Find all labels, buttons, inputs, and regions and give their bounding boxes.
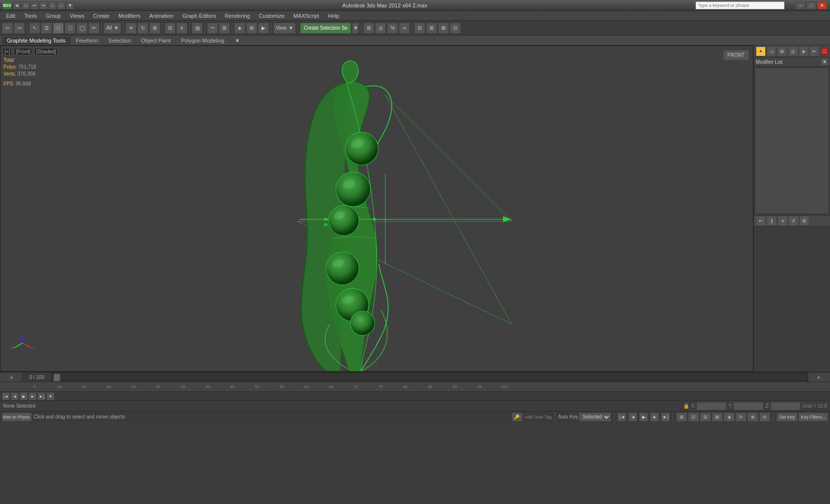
create-selection-button[interactable]: Create Selection Se xyxy=(300,23,351,34)
display-panel-button[interactable]: ◈ xyxy=(799,46,809,56)
modifier-list-dropdown[interactable]: ▼ xyxy=(821,58,828,65)
object-paint-tab[interactable]: Object Paint xyxy=(136,37,176,44)
viewport-dropdown[interactable]: View▼ xyxy=(273,23,296,34)
vp-nav-3[interactable]: ⊟ xyxy=(700,413,711,421)
quick-access-5[interactable]: □ xyxy=(48,1,56,9)
viewport[interactable]: [+] [Front] [Shaded] Total Polys: 751,71… xyxy=(0,45,753,372)
redo-button[interactable]: ↪ xyxy=(14,23,25,34)
viewport-plus[interactable]: [+] xyxy=(2,48,12,55)
extra-1[interactable]: ⊠ xyxy=(438,23,449,34)
goto-start-button[interactable]: |◄ xyxy=(2,392,10,400)
extra-tabs-dropdown[interactable]: ▼ xyxy=(230,37,245,44)
autokey-select[interactable]: Selected xyxy=(579,413,611,421)
z-input[interactable] xyxy=(771,402,800,410)
maximize-button[interactable]: □ xyxy=(806,1,816,9)
hierarchy-panel-button[interactable]: ⊞ xyxy=(777,46,787,56)
show-result-button[interactable]: ∨ xyxy=(778,216,787,226)
pb-play-btn[interactable]: ▶ xyxy=(639,413,648,421)
play-options[interactable]: ▼ xyxy=(46,392,54,400)
paint-select-button[interactable]: ✏ xyxy=(88,23,99,34)
menu-maxscript[interactable]: MAXScript xyxy=(290,12,323,20)
schematic-view-button[interactable]: ⊞ xyxy=(219,23,230,34)
move-button[interactable]: ✛ xyxy=(126,23,136,34)
time-slider-handle[interactable] xyxy=(53,374,60,381)
menu-rendering[interactable]: Rendering xyxy=(221,12,254,20)
vp-nav-2[interactable]: ⊡ xyxy=(688,413,699,421)
vp-nav-8[interactable]: ⊖ xyxy=(759,413,770,421)
render-button[interactable]: ▶ xyxy=(258,23,269,34)
create-panel-button[interactable]: ✦ xyxy=(756,46,766,56)
forward-btn[interactable]: ► xyxy=(817,375,822,380)
freeform-tab[interactable]: Freeform xyxy=(71,37,103,44)
back-btn[interactable]: ◄ xyxy=(8,375,13,380)
extra-2[interactable]: ⊡ xyxy=(450,23,461,34)
motion-panel-button[interactable]: ◎ xyxy=(788,46,798,56)
render-setup-button[interactable]: ⊞ xyxy=(246,23,257,34)
pb-prev-btn[interactable]: ◄ xyxy=(628,413,637,421)
quick-access-7[interactable]: ▼ xyxy=(66,1,74,9)
vp-nav-5[interactable]: ◈ xyxy=(724,413,735,421)
vp-nav-6[interactable]: ↻ xyxy=(736,413,746,421)
close-button[interactable]: ✕ xyxy=(817,1,827,9)
rect-select-button[interactable]: □ xyxy=(53,23,64,34)
make-unique-button[interactable]: ↺ xyxy=(788,216,798,226)
scale-button[interactable]: ⊞ xyxy=(149,23,160,34)
menu-help[interactable]: Help xyxy=(324,12,344,20)
lasso-select-button[interactable]: ◯ xyxy=(77,23,87,34)
undo-button[interactable]: ↩ xyxy=(2,23,13,34)
quick-access-6[interactable]: □ xyxy=(57,1,65,9)
menu-group[interactable]: Group xyxy=(42,12,65,20)
vp-nav-4[interactable]: ⊠ xyxy=(712,413,723,421)
layers-button[interactable]: ▤ xyxy=(192,23,203,34)
vp-nav-1[interactable]: ⊞ xyxy=(676,413,687,421)
viewport-view[interactable]: [Front] xyxy=(14,48,32,55)
fence-select-button[interactable]: ⬠ xyxy=(65,23,76,34)
percent-snap[interactable]: % xyxy=(387,23,398,34)
play-button[interactable]: ▶ xyxy=(20,392,28,400)
snap-toggle[interactable]: ⊞ xyxy=(363,23,374,34)
minimize-button[interactable]: ─ xyxy=(795,1,805,9)
modify-panel-button[interactable]: ◁ xyxy=(767,46,777,56)
quick-access-3[interactable]: ↩ xyxy=(31,1,39,9)
named-sel-sets[interactable]: ⊟ xyxy=(414,23,425,34)
search-input[interactable] xyxy=(696,1,785,9)
menu-animation[interactable]: Animation xyxy=(145,12,177,20)
quick-access-1[interactable]: ◄ xyxy=(13,1,21,9)
quick-access-4[interactable]: ↪ xyxy=(40,1,47,9)
set-key-button[interactable]: Set Key xyxy=(777,413,797,421)
selection-filter-dropdown[interactable]: All▼ xyxy=(104,23,121,34)
viewport-shading[interactable]: [Shaded] xyxy=(34,48,58,55)
vp-nav-7[interactable]: ⊕ xyxy=(747,413,758,421)
goto-end-button[interactable]: ►| xyxy=(38,392,45,400)
menu-customize[interactable]: Customize xyxy=(255,12,289,20)
menu-tools[interactable]: Tools xyxy=(20,12,41,20)
utilities-panel-button[interactable]: ✏ xyxy=(810,46,820,56)
curve-editor-button[interactable]: 〜 xyxy=(207,23,218,34)
x-input[interactable] xyxy=(697,402,726,410)
prev-frame-button[interactable]: ◄ xyxy=(11,392,19,400)
polygon-modeling-tab[interactable]: Polygon Modeling xyxy=(176,37,229,44)
graphite-tab[interactable]: Graphite Modeling Tools xyxy=(2,37,71,44)
menu-edit[interactable]: Edit xyxy=(2,12,19,20)
menu-views[interactable]: Views xyxy=(66,12,88,20)
next-frame-button[interactable]: ► xyxy=(29,392,37,400)
select-object-button[interactable]: ↖ xyxy=(29,23,40,34)
configure-button[interactable]: ⊞ xyxy=(799,216,809,226)
pin-stack-button[interactable]: ↩ xyxy=(756,216,766,226)
select-by-name-button[interactable]: ☰ xyxy=(41,23,52,34)
material-editor-button[interactable]: ◈ xyxy=(234,23,245,34)
show-all-button[interactable]: ∥ xyxy=(767,216,777,226)
pb-next-btn[interactable]: ► xyxy=(650,413,659,421)
spinner-snap[interactable]: ∞ xyxy=(399,23,410,34)
mirror-button[interactable]: ⊟ xyxy=(165,23,175,34)
time-slider[interactable] xyxy=(52,373,808,381)
key-icon-button[interactable]: 🔑 xyxy=(512,413,523,421)
align-button[interactable]: ≡ xyxy=(176,23,187,34)
key-filters-button[interactable]: Key Filters... xyxy=(798,413,828,421)
rotate-button[interactable]: ↻ xyxy=(137,23,148,34)
menu-modifiers[interactable]: Modifiers xyxy=(114,12,144,20)
menu-graph-editors[interactable]: Graph Editors xyxy=(178,12,220,20)
quick-access-2[interactable]: □ xyxy=(22,1,30,9)
create-sel-dropdown[interactable]: ▼ xyxy=(352,23,359,34)
y-input[interactable] xyxy=(734,402,763,410)
